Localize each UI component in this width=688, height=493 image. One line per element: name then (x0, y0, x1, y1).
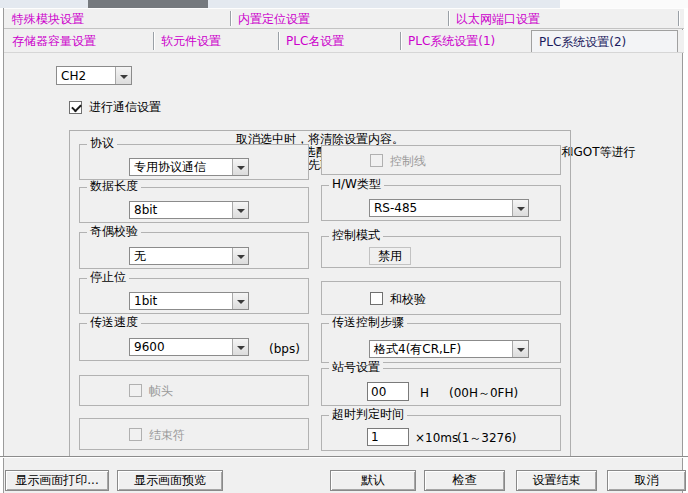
group-terminator: 结束符 (79, 418, 309, 450)
group-parity: 奇偶校验 无 (79, 232, 309, 269)
chevron-down-icon[interactable] (232, 159, 248, 175)
data-length-value: 8bit (134, 203, 157, 218)
tab-row-2: 存储器容量设置 软元件设置 PLC名设置 PLC系统设置(1) PLC系统设置(… (4, 30, 684, 53)
channel-select[interactable]: CH2 (56, 66, 132, 85)
group-baud-rate-label: 传送速度 (87, 316, 141, 329)
terminator-checkbox[interactable] (129, 428, 142, 441)
plc-parameter-dialog: 特殊模块设置 内置定位设置 以太网端口设置 存储器容量设置 软元件设置 PLC名… (3, 8, 683, 493)
group-transmission-control: 传送控制步骤 格式4(有CR,LF) (321, 323, 561, 363)
timeout-unit: ×10ms (415, 432, 458, 445)
group-parity-label: 奇偶校验 (87, 225, 141, 238)
stop-bit-select[interactable]: 1bit (129, 292, 249, 310)
enable-communication-checkbox[interactable] (69, 101, 82, 114)
transmission-control-select[interactable]: 格式4(有CR,LF) (369, 340, 529, 358)
chevron-down-icon[interactable] (512, 341, 528, 357)
check-button[interactable]: 检查 (424, 470, 505, 491)
enable-communication-label: 进行通信设置 (89, 101, 161, 114)
group-protocol-label: 协议 (87, 137, 117, 150)
tab-plc-name[interactable]: PLC名设置 (279, 30, 400, 52)
parent-window-strip (0, 0, 688, 8)
screen-preview-button[interactable]: 显示画面预览 (117, 470, 223, 491)
baud-rate-unit: (bps) (269, 343, 300, 356)
group-sum-check: 和校验 (321, 281, 561, 315)
bottom-divider (0, 456, 688, 458)
group-protocol: 协议 专用协议通信 (79, 144, 309, 180)
group-stop-bit-label: 停止位 (87, 271, 129, 284)
group-data-length-label: 数据长度 (87, 180, 141, 193)
header-checkbox[interactable] (129, 384, 142, 397)
control-line-label: 控制线 (390, 155, 426, 168)
protocol-select[interactable]: 专用协议通信 (129, 158, 249, 176)
baud-rate-select[interactable]: 9600 (129, 338, 249, 356)
group-control-mode-label: 控制模式 (329, 229, 383, 242)
station-number-input[interactable] (367, 382, 409, 401)
group-baud-rate: 传送速度 9600 (bps) (79, 323, 309, 361)
tab-row-1: 特殊模块设置 内置定位设置 以太网端口设置 (4, 8, 684, 29)
tab-plc-system-1[interactable]: PLC系统设置(1) (401, 30, 531, 52)
chevron-down-icon[interactable] (232, 248, 248, 264)
group-control-line: 控制线 (321, 145, 561, 175)
default-button[interactable]: 默认 (330, 470, 416, 491)
transmission-control-value: 格式4(有CR,LF) (374, 342, 461, 357)
tab-ethernet-port[interactable]: 以太网端口设置 (449, 9, 678, 28)
group-station-number-label: 站号设置 (329, 361, 383, 374)
cancel-button[interactable]: 取消 (607, 470, 686, 491)
timeout-range: (1～3276) (457, 432, 517, 445)
control-mode-field: 禁用 (369, 247, 411, 265)
data-length-select[interactable]: 8bit (129, 201, 249, 219)
chevron-down-icon[interactable] (232, 202, 248, 218)
chevron-down-icon[interactable] (115, 67, 131, 84)
timeout-input[interactable] (367, 428, 409, 446)
group-station-number: 站号设置 H (00H～0FH) (321, 368, 561, 406)
group-hw-type-label: H/W类型 (329, 178, 384, 191)
baud-rate-value: 9600 (134, 340, 165, 355)
control-line-checkbox[interactable] (370, 154, 383, 167)
chevron-down-icon[interactable] (512, 200, 528, 216)
tab-memory-capacity[interactable]: 存储器容量设置 (5, 30, 153, 52)
tab-device[interactable]: 软元件设置 (154, 30, 278, 52)
hw-type-select[interactable]: RS-485 (369, 199, 529, 217)
chevron-down-icon[interactable] (232, 293, 248, 309)
station-number-range: (00H～0FH) (449, 387, 518, 400)
group-timeout-label: 超时判定时间 (329, 408, 407, 421)
plc-settings-window: 特殊模块设置 内置定位设置 以太网端口设置 存储器容量设置 软元件设置 PLC名… (0, 0, 688, 493)
parity-select[interactable]: 无 (129, 247, 249, 265)
terminator-label: 结束符 (149, 429, 185, 442)
group-header: 帧头 (79, 375, 309, 406)
header-label: 帧头 (149, 385, 173, 398)
tab-content: CH2 进行通信设置 取消选中时，将清除设置内容。 (使用FX用的选配插板等，并… (4, 53, 684, 493)
protocol-value: 专用协议通信 (134, 160, 206, 175)
group-data-length: 数据长度 8bit (79, 187, 309, 223)
channel-select-value: CH2 (61, 69, 86, 84)
tab-builtin-positioning[interactable]: 内置定位设置 (231, 9, 448, 28)
setting-end-button[interactable]: 设置结束 (516, 470, 597, 491)
tab-plc-system-2[interactable]: PLC系统设置(2) (531, 30, 678, 52)
parity-value: 无 (134, 249, 146, 264)
group-timeout: 超时判定时间 ×10ms (1～3276) (321, 415, 561, 451)
tab-separator (678, 11, 679, 26)
sum-check-checkbox[interactable] (370, 292, 383, 305)
group-control-mode: 控制模式 禁用 (321, 236, 561, 268)
group-stop-bit: 停止位 1bit (79, 278, 309, 314)
group-hw-type: H/W类型 RS-485 (321, 185, 561, 221)
station-number-unit: H (420, 387, 429, 400)
hw-type-value: RS-485 (374, 201, 417, 216)
parent-window-fragment (88, 0, 208, 8)
screen-print-button[interactable]: 显示画面打印... (5, 470, 109, 491)
chevron-down-icon[interactable] (232, 339, 248, 355)
tab-special-module[interactable]: 特殊模块设置 (5, 9, 230, 28)
sum-check-label: 和校验 (390, 293, 426, 306)
group-transmission-control-label: 传送控制步骤 (329, 316, 407, 329)
stop-bit-value: 1bit (134, 294, 157, 309)
parent-window-fragment-light (560, 0, 688, 8)
